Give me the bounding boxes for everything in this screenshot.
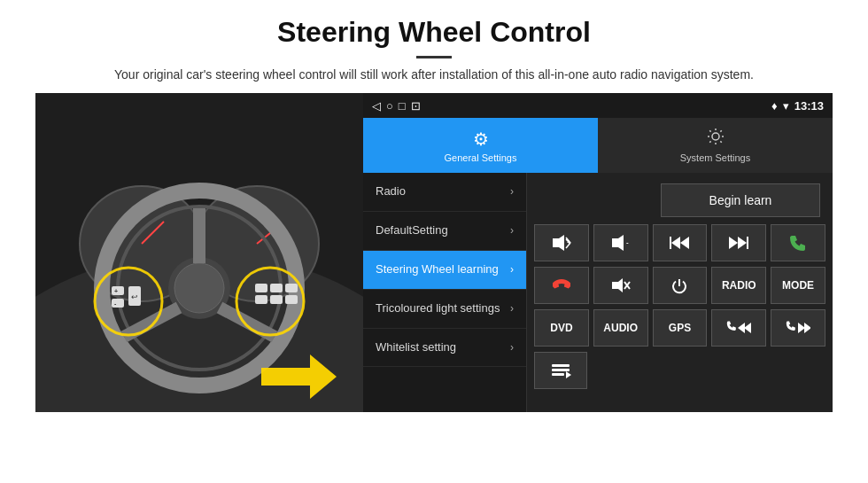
back-icon[interactable]: ◁	[372, 99, 381, 113]
svg-marker-53	[798, 323, 805, 333]
svg-marker-58	[566, 371, 571, 378]
svg-marker-37	[612, 238, 618, 247]
control-row-2: RADIO MODE	[534, 267, 825, 304]
menu-item-steering[interactable]: Steering Wheel learning ›	[363, 251, 526, 290]
svg-text:-: -	[626, 238, 629, 246]
steering-wheel-image: + - ↩	[35, 93, 363, 412]
svg-marker-30	[553, 238, 559, 247]
svg-marker-52	[738, 323, 745, 333]
svg-text:+: +	[567, 238, 571, 246]
svg-rect-23	[270, 284, 283, 292]
svg-rect-21	[255, 284, 267, 292]
power-button[interactable]	[653, 267, 708, 304]
page-title: Steering Wheel Control	[35, 16, 833, 49]
tab-system[interactable]: System Settings	[598, 118, 833, 173]
mode-button[interactable]: MODE	[771, 267, 825, 304]
tel-prev-button[interactable]	[711, 309, 766, 347]
location-icon: ♦	[771, 99, 778, 113]
svg-marker-54	[804, 323, 810, 333]
svg-rect-57	[552, 373, 564, 376]
chevron-icon: ›	[510, 263, 514, 276]
mute-button[interactable]	[593, 267, 648, 304]
control-row-3: DVD AUDIO GPS	[534, 309, 825, 347]
device-screen: ◁ ○ □ ⊡ ♦ ▾ 13:13 ⚙ General Settings	[363, 93, 833, 412]
svg-marker-44	[729, 237, 738, 249]
tab-system-label: System Settings	[680, 152, 750, 163]
wifi-icon: ▾	[783, 99, 789, 113]
audio-button[interactable]: AUDIO	[593, 309, 648, 347]
vol-down-button[interactable]: -	[593, 224, 648, 261]
settings-content: Radio › DefaultSetting › Steering Wheel …	[363, 173, 833, 412]
svg-rect-43	[670, 237, 671, 249]
svg-rect-56	[552, 369, 570, 371]
svg-marker-51	[744, 323, 751, 333]
next-track-button[interactable]	[711, 224, 766, 261]
page-header: Steering Wheel Control Your original car…	[0, 0, 868, 93]
svg-marker-41	[680, 237, 689, 249]
screenshot-icon[interactable]: ⊡	[411, 99, 421, 113]
prev-track-button[interactable]	[653, 224, 708, 261]
system-settings-icon	[707, 128, 725, 150]
phone-answer-button[interactable]	[771, 224, 825, 261]
gps-button[interactable]: GPS	[653, 309, 708, 347]
svg-rect-26	[285, 295, 298, 304]
status-bar: ◁ ○ □ ⊡ ♦ ▾ 13:13	[363, 93, 833, 118]
svg-marker-48	[618, 278, 623, 292]
tel-next-button[interactable]	[771, 309, 825, 347]
tab-general[interactable]: ⚙ General Settings	[363, 118, 598, 173]
header-description: Your original car's steering wheel contr…	[35, 66, 833, 84]
menu-item-default[interactable]: DefaultSetting ›	[363, 212, 526, 251]
svg-point-29	[712, 133, 719, 140]
radio-button[interactable]: RADIO	[711, 267, 766, 304]
begin-learn-button[interactable]: Begin learn	[661, 183, 820, 217]
begin-learn-row: Begin learn	[534, 180, 825, 219]
control-row-1: + -	[534, 224, 825, 261]
chevron-icon: ›	[510, 302, 514, 315]
right-panel: Begin learn + -	[527, 173, 833, 412]
dvd-button[interactable]: DVD	[534, 309, 589, 347]
svg-marker-42	[671, 237, 680, 249]
settings-tabs: ⚙ General Settings System Settings	[363, 118, 833, 173]
vol-up-button[interactable]: +	[534, 224, 589, 261]
menu-item-tricoloured[interactable]: Tricoloured light settings ›	[363, 290, 526, 329]
svg-marker-47	[612, 282, 618, 289]
svg-rect-55	[552, 364, 570, 367]
phone-hangup-button[interactable]	[534, 267, 589, 304]
home-icon[interactable]: ○	[386, 99, 393, 113]
nav-icons: ◁ ○ □ ⊡	[372, 99, 421, 113]
title-divider	[416, 56, 452, 58]
menu-item-whitelist[interactable]: Whitelist setting ›	[363, 329, 526, 368]
svg-rect-25	[285, 284, 298, 292]
recents-icon[interactable]: □	[399, 99, 406, 113]
main-content: + - ↩ ◁ ○ □ ⊡ ♦	[35, 93, 833, 412]
svg-marker-38	[618, 235, 624, 251]
general-settings-icon: ⚙	[473, 129, 489, 150]
chevron-icon: ›	[510, 341, 514, 354]
menu-list: Radio › DefaultSetting › Steering Wheel …	[363, 173, 527, 412]
control-row-4	[534, 352, 825, 389]
svg-marker-45	[738, 237, 747, 249]
menu-button[interactable]	[534, 352, 587, 389]
menu-item-radio[interactable]: Radio ›	[363, 173, 526, 212]
svg-rect-24	[270, 295, 283, 304]
tab-general-label: General Settings	[445, 152, 517, 163]
svg-text:↩: ↩	[131, 292, 138, 301]
status-time: 13:13	[794, 99, 824, 113]
svg-rect-46	[747, 237, 748, 249]
svg-rect-22	[255, 295, 267, 304]
chevron-icon: ›	[510, 185, 514, 198]
svg-marker-31	[559, 235, 564, 251]
svg-text:+: +	[114, 288, 118, 294]
status-right: ♦ ▾ 13:13	[771, 99, 824, 113]
svg-point-9	[174, 263, 224, 313]
chevron-icon: ›	[510, 224, 514, 237]
